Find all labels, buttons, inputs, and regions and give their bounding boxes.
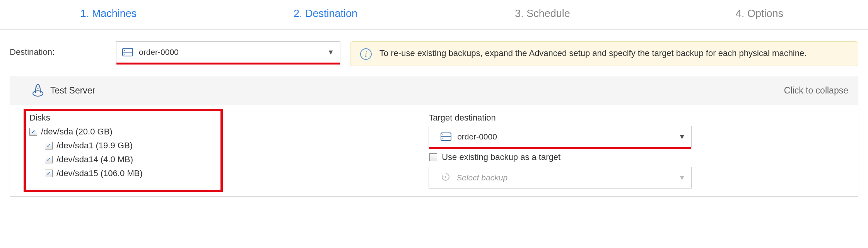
svg-point-4 [33, 91, 43, 96]
svg-point-11 [445, 176, 446, 178]
svg-point-3 [124, 54, 125, 54]
linux-icon [31, 82, 44, 99]
restore-icon [441, 172, 451, 184]
info-icon: i [360, 48, 372, 60]
checkbox-icon[interactable]: ✓ [45, 142, 53, 149]
disks-title: Disks [29, 113, 405, 123]
disk-root-label: /dev/sda (20.0 GB) [41, 127, 113, 137]
server-section-header[interactable]: Test Server Click to collapse [10, 76, 858, 105]
step-destination[interactable]: 2. Destination [217, 8, 434, 20]
target-panel: Target destination order-0000 ▼ ✓ Use ex… [417, 113, 858, 189]
wizard-steps: 1. Machines 2. Destination 3. Schedule 4… [0, 0, 868, 30]
disk-partition-label: /dev/sda1 (19.9 GB) [56, 141, 133, 151]
server-section: Test Server Click to collapse Disks ✓ /d… [10, 76, 858, 197]
target-label: Target destination [429, 113, 846, 123]
disk-partition-label: /dev/sda14 (4.0 MB) [56, 155, 133, 165]
destination-select[interactable]: order-0000 ▼ [116, 41, 340, 63]
disk-root-row[interactable]: ✓ /dev/sda (20.0 GB) [29, 125, 405, 139]
destination-label: Destination: [10, 41, 106, 57]
checkbox-icon[interactable]: ✓ [429, 153, 437, 161]
step-machines[interactable]: 1. Machines [0, 8, 217, 20]
server-icon [122, 48, 133, 56]
checkbox-icon[interactable]: ✓ [45, 170, 53, 177]
server-name: Test Server [50, 85, 95, 96]
svg-point-5 [36, 87, 38, 88]
target-select[interactable]: order-0000 ▼ [429, 126, 692, 148]
disk-partition-row[interactable]: ✓ /dev/sda1 (19.9 GB) [29, 139, 405, 153]
chevron-down-icon: ▼ [678, 174, 685, 182]
server-icon [441, 132, 451, 141]
svg-point-10 [443, 138, 443, 139]
checkbox-icon[interactable]: ✓ [45, 156, 53, 163]
use-existing-label: Use existing backup as a target [442, 152, 560, 162]
svg-point-6 [39, 87, 40, 88]
svg-point-9 [443, 134, 443, 135]
select-backup-dropdown[interactable]: Select backup ▼ [429, 167, 692, 189]
select-backup-placeholder: Select backup [456, 173, 507, 182]
step-schedule[interactable]: 3. Schedule [434, 8, 651, 20]
chevron-down-icon: ▼ [327, 48, 334, 56]
disks-panel: Disks ✓ /dev/sda (20.0 GB) ✓ /dev/sda1 (… [10, 113, 417, 189]
collapse-hint: Click to collapse [784, 85, 848, 96]
use-existing-row[interactable]: ✓ Use existing backup as a target [429, 152, 846, 162]
info-banner: i To re-use existing backups, expand the… [350, 41, 858, 66]
svg-point-2 [124, 50, 125, 51]
disk-partition-row[interactable]: ✓ /dev/sda14 (4.0 MB) [29, 153, 405, 166]
step-options[interactable]: 4. Options [651, 8, 868, 20]
disk-partition-label: /dev/sda15 (106.0 MB) [56, 168, 143, 178]
checkbox-icon[interactable]: ✓ [29, 128, 37, 136]
disk-partition-row[interactable]: ✓ /dev/sda15 (106.0 MB) [29, 166, 405, 180]
info-banner-text: To re-use existing backups, expand the A… [379, 48, 806, 59]
destination-value: order-0000 [139, 48, 179, 57]
target-value: order-0000 [457, 132, 497, 141]
chevron-down-icon: ▼ [678, 133, 685, 141]
